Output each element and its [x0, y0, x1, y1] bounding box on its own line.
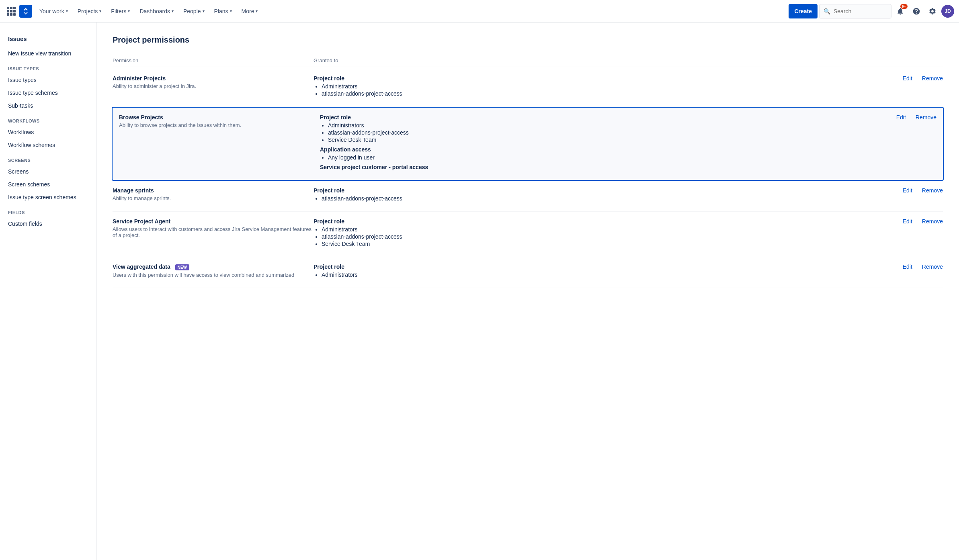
- permission-description: Users with this permission will have acc…: [113, 272, 314, 278]
- layout: Issues New issue view transition ISSUE T…: [0, 22, 959, 560]
- nav-more[interactable]: More ▾: [238, 4, 262, 18]
- granted-list: Administrators atlassian-addons-project-…: [314, 83, 896, 97]
- sidebar-item-issue-type-schemes[interactable]: Issue type schemes: [0, 86, 96, 99]
- nav-dashboards[interactable]: Dashboards ▾: [135, 4, 178, 18]
- permission-info: Browse Projects Ability to browse projec…: [119, 114, 320, 128]
- gear-icon: [928, 7, 936, 15]
- permission-description: Ability to browse projects and the issue…: [119, 122, 320, 128]
- granted-group-title: Project role: [314, 75, 896, 82]
- grid-dots-icon: [7, 7, 16, 16]
- remove-permission-link[interactable]: Remove: [922, 75, 943, 82]
- new-badge: NEW: [175, 264, 189, 270]
- permission-name: Service Project Agent: [113, 218, 314, 225]
- main-content: Project permissions Permission Granted t…: [96, 22, 959, 560]
- settings-button[interactable]: [925, 4, 940, 18]
- nav-people[interactable]: People ▾: [179, 4, 209, 18]
- remove-permission-link[interactable]: Remove: [916, 114, 936, 121]
- edit-permission-link[interactable]: Edit: [903, 75, 912, 82]
- list-item: atlassian-addons-project-access: [322, 90, 896, 97]
- notifications-button[interactable]: 9+: [893, 4, 908, 18]
- chevron-down-icon: ▾: [128, 9, 130, 13]
- sidebar-item-issues[interactable]: Issues: [0, 32, 96, 45]
- list-item: atlassian-addons-project-access: [322, 195, 896, 202]
- help-button[interactable]: [909, 4, 924, 18]
- granted-group: Project role Administrators atlassian-ad…: [320, 114, 890, 143]
- remove-permission-link[interactable]: Remove: [922, 187, 943, 194]
- list-item: Administrators: [322, 272, 896, 278]
- column-permission: Permission: [113, 57, 314, 63]
- remove-permission-link[interactable]: Remove: [922, 218, 943, 225]
- topnav: Your work ▾ Projects ▾ Filters ▾ Dashboa…: [0, 0, 959, 22]
- nav-projects[interactable]: Projects ▾: [74, 4, 106, 18]
- create-button[interactable]: Create: [789, 4, 818, 18]
- sidebar-item-workflow-schemes[interactable]: Workflow schemes: [0, 139, 96, 151]
- granted-list: Any logged in user: [320, 154, 890, 161]
- chevron-down-icon: ▾: [203, 9, 205, 13]
- permission-name: View aggregated data NEW: [113, 264, 314, 270]
- permission-name: Browse Projects: [119, 114, 320, 121]
- granted-group-title: Project role: [314, 264, 896, 270]
- sidebar-item-sub-tasks[interactable]: Sub-tasks: [0, 99, 96, 112]
- table-row: Service Project Agent Allows users to in…: [113, 212, 943, 257]
- list-item: Service Desk Team: [328, 137, 890, 143]
- sidebar-item-workflows[interactable]: Workflows: [0, 126, 96, 139]
- table-header: Permission Granted to: [113, 54, 943, 67]
- granted-group: Project role Administrators atlassian-ad…: [314, 75, 896, 97]
- chevron-down-icon: ▾: [230, 9, 232, 13]
- granted-list: Administrators atlassian-addons-project-…: [314, 226, 896, 247]
- permission-info: View aggregated data NEW Users with this…: [113, 264, 314, 278]
- permission-actions: Edit Remove: [890, 114, 936, 121]
- sidebar-item-issue-types[interactable]: Issue types: [0, 74, 96, 86]
- list-item: Administrators: [328, 122, 890, 129]
- permission-info: Administer Projects Ability to administe…: [113, 75, 314, 89]
- granted-info: Project role Administrators: [314, 264, 896, 281]
- sidebar-section-fields: FIELDS: [0, 204, 96, 217]
- sidebar: Issues New issue view transition ISSUE T…: [0, 22, 96, 560]
- granted-list: Administrators atlassian-addons-project-…: [320, 122, 890, 143]
- chevron-down-icon: ▾: [172, 9, 174, 13]
- edit-permission-link[interactable]: Edit: [896, 114, 906, 121]
- granted-list: atlassian-addons-project-access: [314, 195, 896, 202]
- permission-actions: Edit Remove: [896, 264, 943, 270]
- permission-name: Manage sprints: [113, 187, 314, 194]
- list-item: atlassian-addons-project-access: [322, 233, 896, 240]
- chevron-down-icon: ▾: [66, 9, 68, 13]
- permission-info: Service Project Agent Allows users to in…: [113, 218, 314, 238]
- list-item: Any logged in user: [328, 154, 890, 161]
- list-item: Service Desk Team: [322, 241, 896, 247]
- sidebar-item-issue-type-screen-schemes[interactable]: Issue type screen schemes: [0, 191, 96, 204]
- nav-your-work[interactable]: Your work ▾: [35, 4, 72, 18]
- remove-permission-link[interactable]: Remove: [922, 264, 943, 270]
- granted-list: Administrators: [314, 272, 896, 278]
- grid-menu-button[interactable]: [5, 5, 18, 18]
- notification-count: 9+: [900, 4, 908, 9]
- edit-permission-link[interactable]: Edit: [903, 218, 912, 225]
- sidebar-item-screen-schemes[interactable]: Screen schemes: [0, 178, 96, 191]
- edit-permission-link[interactable]: Edit: [903, 264, 912, 270]
- nav-filters[interactable]: Filters ▾: [107, 4, 134, 18]
- sidebar-item-custom-fields[interactable]: Custom fields: [0, 217, 96, 230]
- table-row: Administer Projects Ability to administe…: [113, 69, 943, 107]
- list-item: Administrators: [322, 226, 896, 233]
- nav-plans[interactable]: Plans ▾: [210, 4, 236, 18]
- edit-permission-link[interactable]: Edit: [903, 187, 912, 194]
- permission-actions: Edit Remove: [896, 187, 943, 194]
- granted-group: Application access Any logged in user: [320, 146, 890, 161]
- help-icon: [912, 7, 920, 15]
- jira-logo[interactable]: [19, 5, 32, 18]
- permission-description: Ability to administer a project in Jira.: [113, 83, 314, 89]
- search-input[interactable]: [834, 8, 878, 14]
- search-box[interactable]: 🔍: [819, 4, 891, 18]
- table-row: View aggregated data NEW Users with this…: [113, 257, 943, 288]
- granted-group: Project role Administrators: [314, 264, 896, 278]
- granted-info: Project role Administrators atlassian-ad…: [314, 218, 896, 250]
- sidebar-item-screens[interactable]: Screens: [0, 165, 96, 178]
- permission-description: Allows users to interact with customers …: [113, 226, 314, 238]
- list-item: Administrators: [322, 83, 896, 90]
- granted-group-title: Project role: [314, 218, 896, 225]
- avatar[interactable]: JD: [941, 5, 954, 18]
- table-row: Browse Projects Ability to browse projec…: [112, 107, 944, 181]
- sidebar-item-new-issue-view-transition[interactable]: New issue view transition: [0, 47, 96, 60]
- chevron-down-icon: ▾: [99, 9, 101, 13]
- permission-actions: Edit Remove: [896, 75, 943, 82]
